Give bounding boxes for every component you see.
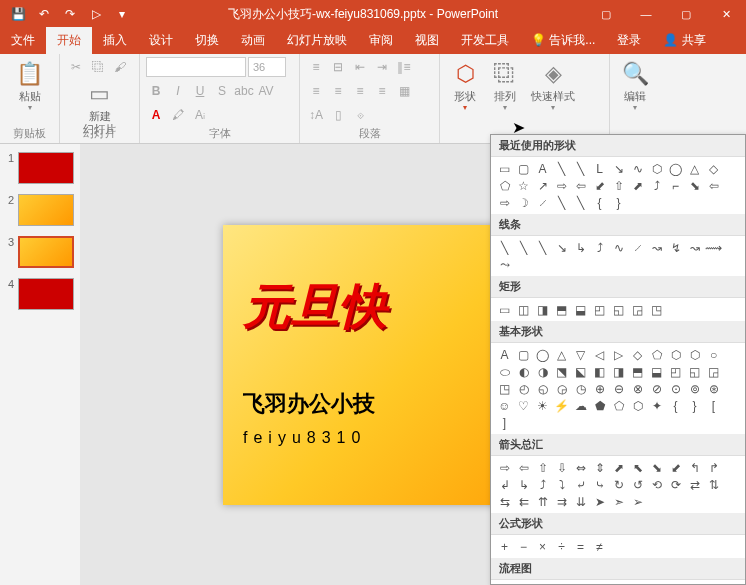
shape-option[interactable]: ▢ — [514, 346, 533, 363]
shape-option[interactable]: ⊕ — [590, 380, 609, 397]
font-family-combo[interactable] — [146, 57, 246, 77]
shape-option[interactable]: ⬠ — [609, 397, 628, 414]
shape-option[interactable]: ╲ — [571, 160, 590, 177]
slide-thumb[interactable]: 3 — [4, 236, 76, 268]
shape-option[interactable]: ◨ — [609, 363, 628, 380]
shape-option[interactable]: ◯ — [533, 346, 552, 363]
shape-option[interactable]: ⇊ — [571, 493, 590, 510]
shape-option[interactable]: ⇧ — [533, 459, 552, 476]
shape-option[interactable]: ☀ — [533, 397, 552, 414]
shape-option[interactable]: ⊘ — [647, 380, 666, 397]
shape-option[interactable]: ⇨ — [552, 177, 571, 194]
shape-option[interactable]: [ — [704, 397, 723, 414]
strike-button[interactable]: S — [212, 81, 232, 101]
quickstyles-button[interactable]: ◈ 快速样式 ▾ — [526, 57, 580, 115]
shape-option[interactable]: ☽ — [514, 194, 533, 211]
shape-option[interactable]: ⤶ — [571, 476, 590, 493]
slide-thumb[interactable]: 4 — [4, 278, 76, 310]
shape-option[interactable]: ⬡ — [628, 397, 647, 414]
shape-option[interactable]: ⇄ — [685, 476, 704, 493]
shape-option[interactable]: ⬭ — [495, 363, 514, 380]
copy-icon[interactable]: ⿻ — [88, 57, 108, 77]
numbering-button[interactable]: ⊟ — [328, 57, 348, 77]
shape-option[interactable]: ⇨ — [495, 459, 514, 476]
close-button[interactable]: ✕ — [706, 0, 746, 28]
shape-option[interactable]: ↱ — [704, 459, 723, 476]
shape-option[interactable]: ↺ — [628, 476, 647, 493]
shape-option[interactable]: ⇦ — [514, 459, 533, 476]
shape-option[interactable]: ◐ — [514, 363, 533, 380]
shape-option[interactable]: ╲ — [533, 239, 552, 256]
shape-option[interactable]: ◵ — [533, 380, 552, 397]
shape-option[interactable]: ▭ — [495, 160, 514, 177]
shape-option[interactable]: ◲ — [628, 301, 647, 318]
shape-option[interactable]: ∿ — [628, 160, 647, 177]
qat-undo-icon[interactable]: ↶ — [32, 2, 56, 26]
shape-option[interactable]: ⟋ — [533, 194, 552, 211]
shape-option[interactable]: ☁ — [571, 397, 590, 414]
shape-option[interactable]: ╲ — [552, 194, 571, 211]
shape-option[interactable]: ⇕ — [590, 459, 609, 476]
shape-option[interactable]: ◳ — [495, 380, 514, 397]
highlight-button[interactable]: 🖍 — [168, 105, 188, 125]
shape-option[interactable]: ◱ — [685, 363, 704, 380]
shape-option[interactable]: ⤴ — [590, 239, 609, 256]
shape-option[interactable]: ⬊ — [647, 459, 666, 476]
shape-option[interactable]: ≠ — [590, 538, 609, 555]
shape-option[interactable]: ⬉ — [628, 459, 647, 476]
shape-option[interactable]: ☺ — [495, 397, 514, 414]
shape-option[interactable]: ➢ — [628, 493, 647, 510]
shape-option[interactable]: ⤴ — [647, 177, 666, 194]
shape-option[interactable]: ◇ — [704, 160, 723, 177]
shape-option[interactable]: } — [685, 397, 704, 414]
shape-option[interactable]: ↘ — [552, 239, 571, 256]
tab-home[interactable]: 开始 — [46, 27, 92, 54]
shape-option[interactable]: ↯ — [666, 239, 685, 256]
smartart-button[interactable]: ⟐ — [350, 105, 370, 125]
shape-option[interactable]: ◱ — [609, 301, 628, 318]
shape-option[interactable]: + — [495, 538, 514, 555]
spacing-button[interactable]: AV — [256, 81, 276, 101]
shape-option[interactable]: ⇔ — [571, 459, 590, 476]
shape-option[interactable]: ⬋ — [590, 177, 609, 194]
shape-option[interactable]: ⬠ — [647, 346, 666, 363]
shape-option[interactable]: ⬓ — [647, 363, 666, 380]
shape-option[interactable]: ] — [495, 414, 514, 431]
qat-customize-icon[interactable]: ▾ — [110, 2, 134, 26]
align-right-button[interactable]: ≡ — [350, 81, 370, 101]
italic-button[interactable]: I — [168, 81, 188, 101]
shape-option[interactable]: ⬟ — [590, 397, 609, 414]
align-center-button[interactable]: ≡ — [328, 81, 348, 101]
shape-option[interactable]: ◫ — [514, 301, 533, 318]
shape-option[interactable]: ↘ — [609, 160, 628, 177]
clear-format-button[interactable]: Aᵢ — [190, 105, 210, 125]
shape-option[interactable]: ⤳ — [495, 256, 514, 273]
shape-option[interactable]: ➤ — [590, 493, 609, 510]
shape-option[interactable]: ◲ — [704, 363, 723, 380]
shape-option[interactable]: ⊗ — [628, 380, 647, 397]
shape-option[interactable]: ▽ — [571, 346, 590, 363]
shape-option[interactable]: ☆ — [514, 177, 533, 194]
shape-option[interactable]: ↗ — [533, 177, 552, 194]
tab-file[interactable]: 文件 — [0, 27, 46, 54]
shape-option[interactable]: ⇦ — [704, 177, 723, 194]
shape-option[interactable]: ◨ — [533, 301, 552, 318]
justify-button[interactable]: ≡ — [372, 81, 392, 101]
shape-option[interactable]: ⬠ — [495, 177, 514, 194]
shape-option[interactable]: ⬈ — [609, 459, 628, 476]
columns-button[interactable]: ▦ — [394, 81, 414, 101]
edit-button[interactable]: 🔍 编辑 ▾ — [616, 57, 654, 115]
minimize-button[interactable]: — — [626, 0, 666, 28]
align-text-button[interactable]: ▯ — [328, 105, 348, 125]
shape-option[interactable]: ∿ — [609, 239, 628, 256]
shape-option[interactable]: L — [590, 160, 609, 177]
tab-share[interactable]: 👤 共享 — [652, 27, 716, 54]
shape-option[interactable]: A — [533, 160, 552, 177]
shape-option[interactable]: ◁ — [590, 346, 609, 363]
slide-thumb[interactable]: 2 — [4, 194, 76, 226]
shape-option[interactable]: ⊛ — [704, 380, 723, 397]
bullets-button[interactable]: ≡ — [306, 57, 326, 77]
shape-option[interactable]: ◰ — [666, 363, 685, 380]
shape-option[interactable]: ▢ — [514, 160, 533, 177]
linespacing-button[interactable]: ‖≡ — [394, 57, 414, 77]
